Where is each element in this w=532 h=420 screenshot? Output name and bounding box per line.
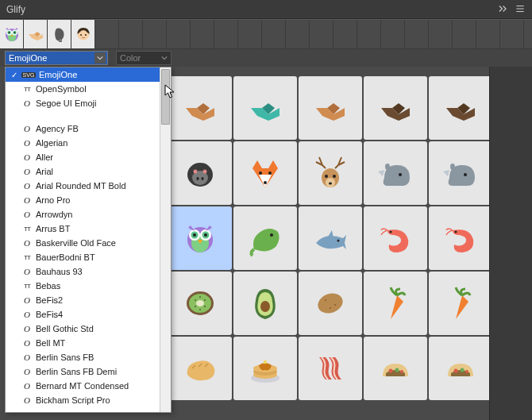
font-option[interactable]: O Agency FB xyxy=(6,121,160,136)
glyph-cell-handshake-dark[interactable] xyxy=(429,76,492,140)
font-type-icon: O xyxy=(21,138,33,148)
glyph-cell-stuffed-flatbread[interactable] xyxy=(364,337,427,400)
font-option-label: Bebas xyxy=(36,281,60,291)
font-option[interactable]: O Bauhaus 93 xyxy=(6,264,160,279)
favorite-slot-empty[interactable] xyxy=(453,20,476,48)
font-option-label: Baskerville Old Face xyxy=(36,238,116,248)
glyph-cell-kiwi[interactable] xyxy=(168,272,232,335)
check-icon: ✓ xyxy=(10,71,18,79)
font-option[interactable]: O BeFis2 xyxy=(6,293,160,307)
favorite-slot-empty[interactable] xyxy=(191,20,214,48)
glyph-cell-fox[interactable] xyxy=(233,141,297,205)
font-option[interactable]: O Arrowdyn xyxy=(6,207,160,222)
glyph-cell-shrimp[interactable] xyxy=(364,206,427,270)
font-option[interactable]: O Arial xyxy=(6,164,160,179)
font-option[interactable]: TT Bebas xyxy=(6,279,160,293)
font-option[interactable]: O Algerian xyxy=(6,136,160,150)
font-option-label: Bauhaus 93 xyxy=(36,267,83,276)
collapse-panel-icon[interactable] xyxy=(497,3,508,16)
glyph-cell-bacon[interactable] xyxy=(299,337,362,400)
font-option-label: Berlin Sans FB xyxy=(36,353,94,362)
favorite-slot-empty[interactable] xyxy=(476,20,500,48)
font-family-select[interactable]: EmojiOne xyxy=(5,51,108,65)
favorite-slot[interactable] xyxy=(24,20,48,48)
scrollbar-thumb[interactable] xyxy=(161,69,170,125)
side-panel-collapsed[interactable] xyxy=(489,67,532,420)
favorite-slot[interactable] xyxy=(48,20,71,48)
font-option[interactable]: O Baskerville Old Face xyxy=(6,236,160,250)
font-type-icon: O xyxy=(21,181,33,191)
font-option[interactable]: O Arial Rounded MT Bold xyxy=(6,179,160,193)
glyph-cell-lizard[interactable] xyxy=(233,206,297,270)
favorite-slot-empty[interactable] xyxy=(500,20,524,48)
glyph-cell-handshake-med[interactable] xyxy=(299,76,362,140)
glyph-cell-pancakes[interactable] xyxy=(233,337,297,400)
glyph-cell-handshake-teal[interactable] xyxy=(233,76,297,140)
favorite-slot-empty[interactable] xyxy=(143,20,167,48)
font-option[interactable]: O BeFis4 xyxy=(6,307,160,322)
font-option-label: Arial xyxy=(36,167,53,176)
font-type-icon: O xyxy=(21,167,33,176)
font-option[interactable]: O Segoe UI Emoji xyxy=(6,96,160,110)
glyph-cell-owl[interactable] xyxy=(168,206,232,270)
glyph-cell-shark[interactable] xyxy=(299,206,362,270)
favorite-slot-empty[interactable] xyxy=(333,20,357,48)
favorite-slot-empty[interactable] xyxy=(262,20,286,48)
font-option[interactable]: O Berlin Sans FB Demi xyxy=(6,364,160,379)
glyph-cell-bread[interactable] xyxy=(168,337,232,400)
font-option[interactable]: O Bell Gothic Std xyxy=(6,322,160,336)
font-option[interactable]: TT OpenSymbol xyxy=(6,82,160,96)
font-option[interactable]: O Bickham Script Pro xyxy=(6,393,160,407)
favorite-slot-empty[interactable] xyxy=(214,20,238,48)
glyph-cell-stuffed-flatbread[interactable] xyxy=(429,337,492,400)
font-option-label: Arrus BT xyxy=(36,224,70,233)
favorite-slot-empty[interactable] xyxy=(286,20,310,48)
font-type-icon: O xyxy=(21,152,33,162)
font-option[interactable]: O Berlin Sans FB xyxy=(6,350,160,364)
favorite-slot-empty[interactable] xyxy=(95,20,119,48)
color-filter-select[interactable]: Color xyxy=(116,51,172,65)
font-option-label: Bell Gothic Std xyxy=(36,324,94,333)
favorite-slot-empty[interactable] xyxy=(167,20,191,48)
font-option-label: Bell MT xyxy=(36,338,65,348)
font-option[interactable]: O Bell MT xyxy=(6,336,160,350)
glyph-cell-avocado[interactable] xyxy=(233,272,297,335)
favorite-slot-empty[interactable] xyxy=(429,20,453,48)
glyph-cell-rhino[interactable] xyxy=(364,141,427,205)
glyph-cell-shrimp[interactable] xyxy=(429,206,492,270)
favorite-slot-empty[interactable] xyxy=(310,20,333,48)
glyph-cell-rhino[interactable] xyxy=(429,141,492,205)
font-option[interactable]: TT Arrus BT xyxy=(6,222,160,236)
glyph-cell-carrot[interactable] xyxy=(429,272,492,335)
glyph-cell-carrot[interactable] xyxy=(364,272,427,335)
font-option[interactable]: TT BauerBodni BT xyxy=(6,250,160,264)
glyph-cell-handshake-med[interactable] xyxy=(168,76,232,140)
favorite-slot-empty[interactable] xyxy=(405,20,429,48)
glyph-cell-potato[interactable] xyxy=(299,272,362,335)
glyph-cell-gorilla-face[interactable] xyxy=(168,141,232,205)
menu-icon[interactable] xyxy=(515,3,526,16)
font-option[interactable]: ✓ SVG EmojiOne xyxy=(6,67,160,82)
glyph-cell-handshake-dark[interactable] xyxy=(364,76,427,140)
favorite-slot-empty[interactable] xyxy=(119,20,143,48)
font-option-label: Agency FB xyxy=(36,124,79,133)
font-option[interactable]: O Arno Pro xyxy=(6,193,160,207)
glyph-cell-deer[interactable] xyxy=(299,141,362,205)
font-type-icon: O xyxy=(21,338,33,348)
favorite-slot[interactable] xyxy=(0,20,24,48)
font-option[interactable]: O Bernard MT Condensed xyxy=(6,379,160,393)
font-option-label: Arno Pro xyxy=(36,195,70,205)
font-type-icon: O xyxy=(21,210,33,219)
favorite-slot-empty[interactable] xyxy=(381,20,405,48)
favorite-slot-empty[interactable] xyxy=(357,20,381,48)
dropdown-scrollbar[interactable] xyxy=(160,67,171,412)
favorite-slot[interactable] xyxy=(71,20,95,48)
favorite-slot-empty[interactable] xyxy=(238,20,262,48)
font-type-icon: TT xyxy=(21,86,33,93)
font-option[interactable]: O Aller xyxy=(6,150,160,164)
favorites-toolbar xyxy=(0,19,532,49)
font-family-dropdown[interactable]: ✓ SVG EmojiOne TT OpenSymbol O Segoe UI … xyxy=(5,67,172,413)
font-type-icon: O xyxy=(21,267,33,276)
font-option-label: BeFis2 xyxy=(36,295,63,305)
app-header: Glify xyxy=(0,0,532,19)
